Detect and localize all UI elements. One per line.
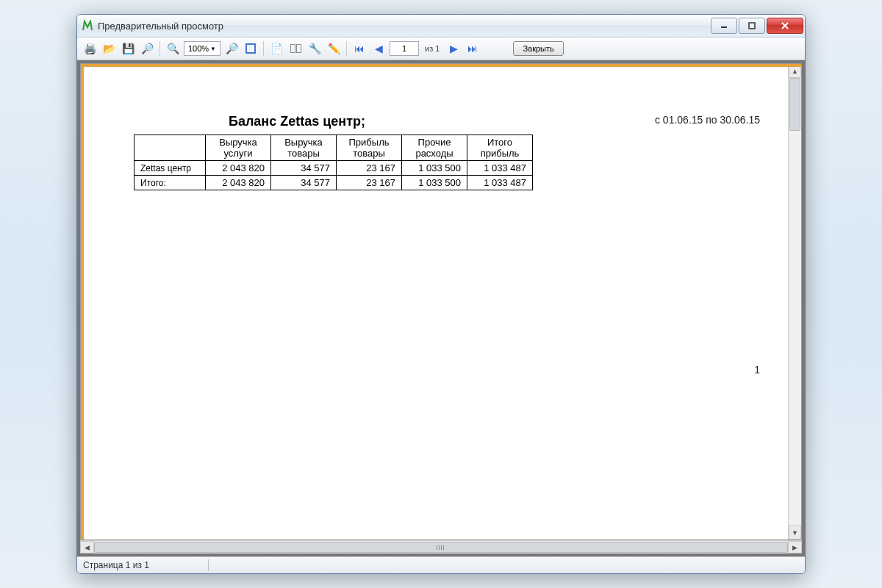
table-header: Выручкауслуги xyxy=(206,135,271,161)
zoom-in-icon: 🔍 xyxy=(167,43,179,54)
table-header: Прочиерасходы xyxy=(402,135,467,161)
page-settings-button[interactable]: 🔧 xyxy=(306,40,323,57)
toolbar: 🖨️ 📂 💾 🔎 🔍 100%▼ 🔎 📄 🔧 ✏️ ⏮ ◀ из 1 ▶ ⏭ З… xyxy=(77,37,805,60)
table-cell: 23 167 xyxy=(337,176,402,190)
document-viewport: Баланс Zettas центр; с 01.06.15 по 30.06… xyxy=(80,63,802,540)
table-row: Итого: 2 043 820 34 577 23 167 1 033 500… xyxy=(135,176,533,190)
row-label: Zettas центр xyxy=(135,161,206,176)
settings-icon: 🔧 xyxy=(309,43,321,54)
app-icon xyxy=(82,20,93,32)
save-icon: 💾 xyxy=(122,43,135,54)
prev-page-icon: ◀ xyxy=(375,43,383,54)
outline-icon: 📄 xyxy=(270,43,283,54)
save-button[interactable]: 💾 xyxy=(120,40,136,57)
row-label: Итого: xyxy=(135,176,206,190)
scroll-track[interactable] xyxy=(789,78,801,526)
grip-icon xyxy=(437,545,445,550)
table-header: Прибыльтовары xyxy=(337,135,402,161)
scroll-right-button[interactable]: ▶ xyxy=(788,541,802,553)
status-separator xyxy=(208,559,209,571)
page-number: 1 xyxy=(754,364,760,376)
table-cell: 1 033 487 xyxy=(467,161,533,176)
window-controls xyxy=(711,18,803,34)
report-date-range: с 01.06.15 по 30.06.15 xyxy=(655,114,760,126)
table-header: Выручкатовары xyxy=(271,135,337,161)
find-icon: 🔎 xyxy=(141,43,154,54)
statusbar: Страница 1 из 1 xyxy=(77,556,805,573)
zoom-value: 100% xyxy=(188,44,209,53)
table-cell: 34 577 xyxy=(271,176,337,190)
open-button[interactable]: 📂 xyxy=(101,40,117,57)
dropdown-arrow-icon: ▼ xyxy=(210,46,216,52)
zoom-in-button[interactable]: 🔍 xyxy=(165,40,181,57)
zoom-out-icon: 🔎 xyxy=(226,43,238,54)
scroll-down-button[interactable]: ▼ xyxy=(789,526,801,539)
status-page-info: Страница 1 из 1 xyxy=(83,560,149,570)
open-icon: 📂 xyxy=(103,43,115,54)
preview-window: Предварительный просмотр 🖨️ 📂 💾 🔎 🔍 100%… xyxy=(76,14,806,574)
next-page-button[interactable]: ▶ xyxy=(445,40,462,57)
table-cell: 1 033 487 xyxy=(467,176,533,190)
find-button[interactable]: 🔎 xyxy=(139,40,155,57)
report-table: Выручкауслуги Выручкатовары Прибыльтовар… xyxy=(134,135,533,190)
close-window-button[interactable] xyxy=(767,18,803,34)
scroll-left-button[interactable]: ◀ xyxy=(80,541,94,553)
scroll-thumb[interactable] xyxy=(94,542,788,553)
edit-button[interactable]: ✏️ xyxy=(326,40,342,57)
first-page-button[interactable]: ⏮ xyxy=(351,40,368,57)
prev-page-button[interactable]: ◀ xyxy=(370,40,387,57)
outline-button[interactable]: 📄 xyxy=(268,40,284,57)
zoom-out-button[interactable]: 🔎 xyxy=(223,40,240,57)
thumbnails-button[interactable] xyxy=(287,40,304,57)
print-button[interactable]: 🖨️ xyxy=(82,40,98,57)
zoom-combo[interactable]: 100%▼ xyxy=(184,41,220,56)
last-page-button[interactable]: ⏭ xyxy=(465,40,481,57)
first-page-icon: ⏮ xyxy=(354,43,365,54)
minimize-button[interactable] xyxy=(711,18,737,34)
table-cell: 23 167 xyxy=(337,161,402,176)
svg-rect-1 xyxy=(749,23,755,29)
close-preview-button[interactable]: Закрыть xyxy=(513,41,563,56)
maximize-button[interactable] xyxy=(739,18,765,34)
table-row: Zettas центр 2 043 820 34 577 23 167 1 0… xyxy=(135,161,533,176)
table-cell: 2 043 820 xyxy=(206,176,271,190)
last-page-icon: ⏭ xyxy=(467,43,478,54)
table-cell: 1 033 500 xyxy=(402,161,467,176)
table-cell: 1 033 500 xyxy=(402,176,467,190)
horizontal-scrollbar[interactable]: ◀ ▶ xyxy=(80,540,802,553)
separator xyxy=(263,41,264,56)
thumbnails-icon xyxy=(290,44,301,53)
fullscreen-button[interactable] xyxy=(243,40,259,57)
report-page: Баланс Zettas центр; с 01.06.15 по 30.06… xyxy=(91,70,775,533)
scroll-thumb[interactable] xyxy=(789,78,800,131)
scroll-track[interactable] xyxy=(94,541,788,553)
page-total-label: из 1 xyxy=(422,44,442,53)
next-page-icon: ▶ xyxy=(450,43,458,54)
window-title: Предварительный просмотр xyxy=(98,21,711,32)
titlebar: Предварительный просмотр xyxy=(77,15,805,37)
content-wrap: Баланс Zettas центр; с 01.06.15 по 30.06… xyxy=(77,60,805,556)
page-number-input[interactable] xyxy=(390,41,419,56)
table-header-row: Выручкауслуги Выручкатовары Прибыльтовар… xyxy=(135,135,533,161)
table-header: Итогоприбыль xyxy=(467,135,533,161)
print-icon: 🖨️ xyxy=(84,43,96,54)
report-title: Баланс Zettas центр; xyxy=(91,114,503,129)
vertical-scrollbar[interactable]: ▲ ▼ xyxy=(788,64,801,539)
separator xyxy=(159,41,160,56)
separator xyxy=(346,41,347,56)
table-header xyxy=(135,135,206,161)
fullscreen-icon xyxy=(245,43,256,54)
table-cell: 2 043 820 xyxy=(206,161,271,176)
edit-icon: ✏️ xyxy=(328,43,340,54)
table-cell: 34 577 xyxy=(271,161,337,176)
